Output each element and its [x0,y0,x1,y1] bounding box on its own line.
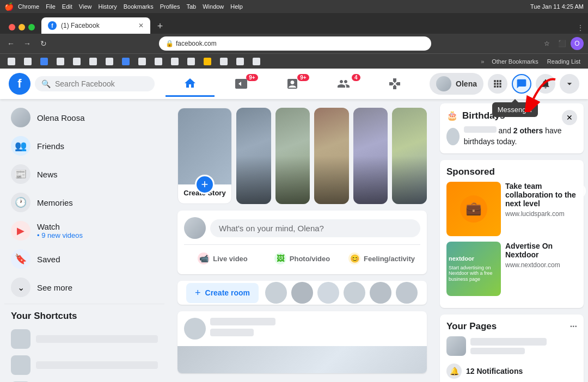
bookmark-10[interactable] [151,57,166,66]
user-profile-button[interactable]: Olena [430,73,483,95]
sidebar-item-news[interactable]: 📰 News [4,160,164,188]
nav-watch[interactable]: 9+ [217,71,266,97]
nav-gaming[interactable] [370,71,419,97]
menu-history[interactable]: History [98,3,117,10]
back-button[interactable]: ← [4,37,17,50]
forward-button[interactable]: → [21,37,34,50]
tab-close-button[interactable]: ✕ [138,22,144,29]
bookmark-3[interactable] [37,57,51,66]
bookmark-11[interactable] [168,57,182,66]
create-story-card[interactable]: + Create Story [177,108,232,204]
story-card-1[interactable] [236,108,271,204]
nav-marketplace[interactable]: 9+ [268,71,317,97]
nav-groups[interactable]: 4 [319,71,368,97]
settings-button[interactable] [560,74,579,94]
nav-home[interactable] [166,71,215,97]
composer-placeholder: What's on your mind, Olena? [219,224,324,233]
menu-help[interactable]: Help [230,3,243,10]
left-sidebar: Olena Roosa 👥 Friends 📰 News 🕐 Memories … [0,99,169,382]
birthday-name [464,126,497,133]
birthdays-close-button[interactable]: ✕ [562,110,577,125]
menu-chrome[interactable]: Chrome [18,3,39,10]
reading-list[interactable]: Reading List [544,57,584,66]
sidebar-item-memories[interactable]: 🕐 Memories [4,188,164,217]
browser-menu-icon[interactable]: ⋮ [577,24,584,32]
maximize-window-btn[interactable] [28,24,35,30]
apple-icon[interactable]: 🍎 [4,2,14,11]
bookmark-7[interactable] [102,57,117,66]
ad-image-text-2: nextdoor Start advertising on Nextdoor w… [449,255,499,282]
shortcut-3[interactable] [11,378,158,382]
bookmark-8[interactable] [119,57,133,66]
feeling-activity-button[interactable]: 😊 Feeling/activity [343,249,420,268]
room-avatar-1 [265,282,287,304]
sidebar-see-more[interactable]: ⌄ See more [4,273,164,301]
bookmark-6[interactable] [86,57,100,66]
room-avatar-2 [291,282,313,304]
bookmark-15[interactable] [233,57,247,66]
menu-edit[interactable]: Edit [62,3,72,10]
story-card-4[interactable] [353,108,388,204]
pages-more-button[interactable]: ··· [570,322,577,331]
apps-button[interactable] [488,74,507,94]
menu-window[interactable]: Window [203,3,224,10]
close-window-btn[interactable] [9,24,15,30]
bookmark-2[interactable] [21,57,35,66]
notifications-button[interactable] [536,74,555,94]
search-input[interactable] [55,79,142,88]
ad-2[interactable]: nextdoor Start advertising on Nextdoor w… [446,242,577,296]
bookmark-12[interactable] [184,57,198,66]
menu-bookmarks[interactable]: Bookmarks [124,3,154,10]
notifications-row[interactable]: 🔔 12 Notifications [446,360,577,382]
story-overlay-1 [236,108,271,204]
url-input[interactable]: 🔒 facebook.com [159,36,431,51]
story-card-3[interactable] [314,108,349,204]
bookmark-13[interactable] [200,57,215,66]
story-card-5[interactable] [392,108,427,204]
story-card-2[interactable] [275,108,310,204]
sidebar-user-profile[interactable]: Olena Roosa [4,103,164,132]
story-add-icon: + [195,175,215,194]
photo-video-button[interactable]: 🖼 Photo/video [264,249,341,268]
bookmark-16[interactable] [249,57,264,66]
minimize-window-btn[interactable] [19,24,25,30]
sidebar-item-friends[interactable]: 👥 Friends [4,132,164,160]
room-avatar-6 [396,282,418,304]
reload-button[interactable]: ↻ [37,37,50,50]
live-video-button[interactable]: 📹 Live video [184,249,261,268]
watch-icon: ▶ [11,221,30,241]
create-room-button[interactable]: + Create room [186,283,259,303]
bookmark-5[interactable] [70,57,84,66]
menu-tab[interactable]: Tab [186,3,196,10]
bookmark-1[interactable] [4,57,19,66]
composer-actions: 📹 Live video 🖼 Photo/video 😊 Feeling/act… [184,244,420,268]
extension-btn[interactable]: ⬛ [555,37,568,50]
svg-text:💼: 💼 [465,200,482,216]
create-room-bar: + Create room [177,281,427,305]
feeling-activity-label: Feeling/activity [364,255,415,263]
browser-tab-facebook[interactable]: f (1) Facebook ✕ [41,17,150,34]
new-tab-button[interactable]: + [152,19,168,34]
menu-view[interactable]: View [79,3,92,10]
profile-btn[interactable]: O [571,37,584,50]
menu-file[interactable]: File [46,3,56,10]
bookmark-14[interactable] [217,57,231,66]
shortcut-1[interactable] [11,326,158,352]
photo-video-label: Photo/video [290,255,330,263]
bookmark-9[interactable] [135,57,149,66]
search-bar[interactable]: 🔍 [35,76,155,91]
ad-1[interactable]: 💼 Take team collaboration to the next le… [446,182,577,236]
username-label: Olena [456,79,477,88]
bookmark-4[interactable] [53,57,68,66]
menu-profiles[interactable]: Profiles [160,3,180,10]
more-bookmarks[interactable]: » [481,58,484,65]
sidebar-item-saved[interactable]: 🔖 Saved [4,245,164,273]
shortcut-2[interactable] [11,352,158,378]
what-on-your-mind-input[interactable]: What's on your mind, Olena? [210,219,420,237]
sidebar-item-watch[interactable]: ▶ Watch • 9 new videos [4,217,164,245]
see-more-icon: ⌄ [11,278,30,297]
bookmark-btn[interactable]: ☆ [540,37,553,50]
other-bookmarks[interactable]: Other Bookmarks [488,57,542,66]
create-room-icon: + [195,287,201,299]
messenger-button[interactable] [512,74,531,94]
